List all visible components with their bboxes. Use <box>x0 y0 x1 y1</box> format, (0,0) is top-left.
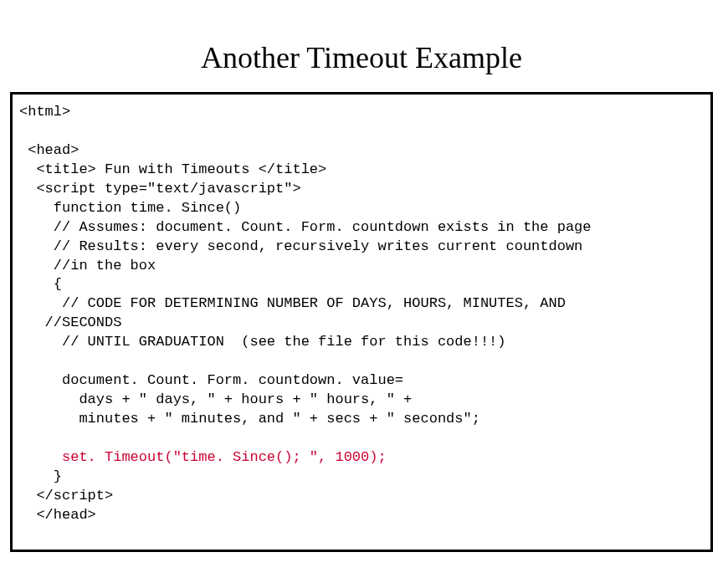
code-line: </script> <box>19 488 113 504</box>
code-line: minutes + " minutes, and " + secs + " se… <box>19 411 480 427</box>
code-line: function time. Since() <box>19 200 241 216</box>
code-line-highlighted: set. Timeout("time. Since(); ", 1000); <box>19 449 387 465</box>
code-line: <head> <box>19 142 79 158</box>
code-line: <script type="text/javascript"> <box>19 181 301 197</box>
code-line: // Assumes: document. Count. Form. count… <box>19 219 592 235</box>
code-line: document. Count. Form. countdown. value= <box>19 372 403 388</box>
code-line: // CODE FOR DETERMINING NUMBER OF DAYS, … <box>19 295 566 311</box>
code-line: days + " days, " + hours + " hours, " + <box>19 391 412 407</box>
code-line: } <box>19 468 62 484</box>
code-line: // Results: every second, recursively wr… <box>19 238 582 254</box>
code-line: <title> Fun with Timeouts </title> <box>19 161 326 177</box>
code-line: // UNTIL GRADUATION (see the file for th… <box>19 334 506 350</box>
code-line: //in the box <box>19 258 156 274</box>
code-box: <html> <head> <title> Fun with Timeouts … <box>10 92 713 552</box>
code-line: { <box>19 276 62 292</box>
slide-title: Another Timeout Example <box>0 0 723 92</box>
code-line: </head> <box>19 507 96 523</box>
code-line: <html> <box>19 104 70 120</box>
code-line: //SECONDS <box>19 314 121 330</box>
